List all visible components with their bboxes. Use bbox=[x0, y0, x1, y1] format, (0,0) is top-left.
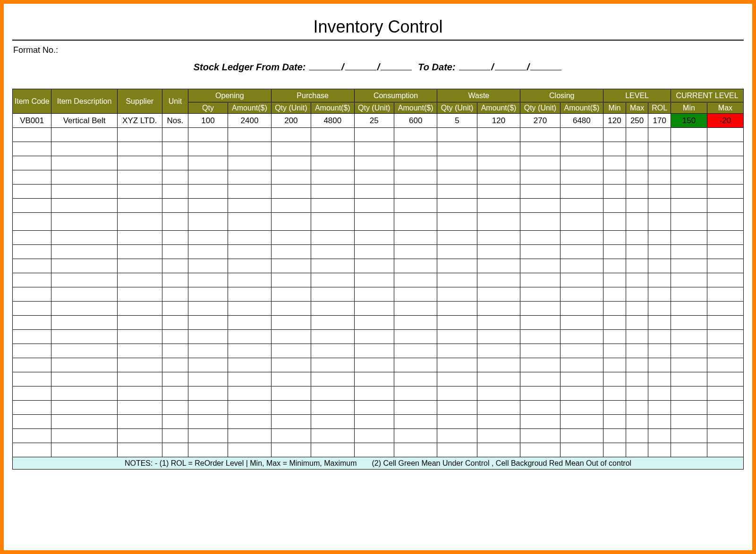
empty-cell[interactable] bbox=[477, 156, 520, 170]
empty-cell[interactable] bbox=[648, 372, 671, 386]
empty-cell[interactable] bbox=[603, 170, 626, 185]
empty-cell[interactable] bbox=[13, 358, 51, 372]
empty-cell[interactable] bbox=[228, 213, 272, 231]
empty-cell[interactable] bbox=[560, 231, 603, 245]
empty-cell[interactable] bbox=[603, 287, 626, 302]
empty-cell[interactable] bbox=[560, 170, 603, 185]
empty-cell[interactable] bbox=[520, 156, 560, 170]
empty-cell[interactable] bbox=[354, 330, 394, 344]
to-year-blank[interactable] bbox=[530, 64, 561, 70]
empty-cell[interactable] bbox=[560, 156, 603, 170]
empty-cell[interactable] bbox=[648, 401, 671, 415]
empty-cell[interactable] bbox=[271, 358, 311, 372]
empty-cell[interactable] bbox=[671, 199, 707, 213]
empty-cell[interactable] bbox=[13, 443, 51, 457]
empty-cell[interactable] bbox=[51, 386, 117, 401]
empty-cell[interactable] bbox=[117, 443, 162, 457]
empty-cell[interactable] bbox=[162, 128, 188, 142]
empty-cell[interactable] bbox=[228, 273, 272, 287]
empty-cell[interactable] bbox=[51, 185, 117, 199]
empty-cell[interactable] bbox=[228, 302, 272, 316]
empty-cell[interactable] bbox=[394, 273, 437, 287]
empty-cell[interactable] bbox=[228, 170, 272, 185]
empty-cell[interactable] bbox=[51, 259, 117, 273]
empty-cell[interactable] bbox=[560, 330, 603, 344]
from-month-blank[interactable] bbox=[345, 64, 376, 70]
empty-cell[interactable] bbox=[626, 199, 648, 213]
empty-cell[interactable] bbox=[354, 185, 394, 199]
empty-cell[interactable] bbox=[477, 128, 520, 142]
empty-cell[interactable] bbox=[477, 302, 520, 316]
empty-cell[interactable] bbox=[228, 199, 272, 213]
empty-cell[interactable] bbox=[560, 415, 603, 429]
empty-cell[interactable] bbox=[671, 358, 707, 372]
empty-cell[interactable] bbox=[162, 259, 188, 273]
empty-cell[interactable] bbox=[117, 199, 162, 213]
empty-cell[interactable] bbox=[228, 245, 272, 259]
empty-cell[interactable] bbox=[648, 245, 671, 259]
empty-cell[interactable] bbox=[188, 415, 228, 429]
empty-cell[interactable] bbox=[51, 372, 117, 386]
empty-cell[interactable] bbox=[603, 213, 626, 231]
empty-cell[interactable] bbox=[477, 415, 520, 429]
empty-cell[interactable] bbox=[51, 358, 117, 372]
empty-cell[interactable] bbox=[520, 386, 560, 401]
empty-cell[interactable] bbox=[477, 273, 520, 287]
cell-supplier[interactable]: XYZ LTD. bbox=[117, 114, 162, 128]
empty-cell[interactable] bbox=[117, 156, 162, 170]
empty-cell[interactable] bbox=[271, 273, 311, 287]
empty-cell[interactable] bbox=[311, 372, 355, 386]
empty-cell[interactable] bbox=[13, 273, 51, 287]
empty-cell[interactable] bbox=[560, 429, 603, 443]
empty-cell[interactable] bbox=[603, 185, 626, 199]
empty-cell[interactable] bbox=[477, 170, 520, 185]
empty-cell[interactable] bbox=[437, 386, 477, 401]
empty-cell[interactable] bbox=[671, 372, 707, 386]
empty-cell[interactable] bbox=[560, 287, 603, 302]
empty-cell[interactable] bbox=[603, 330, 626, 344]
empty-cell[interactable] bbox=[394, 316, 437, 330]
empty-cell[interactable] bbox=[648, 156, 671, 170]
empty-cell[interactable] bbox=[477, 330, 520, 344]
empty-cell[interactable] bbox=[354, 316, 394, 330]
empty-cell[interactable] bbox=[271, 259, 311, 273]
empty-cell[interactable] bbox=[648, 231, 671, 245]
empty-cell[interactable] bbox=[648, 358, 671, 372]
empty-cell[interactable] bbox=[437, 344, 477, 358]
empty-cell[interactable] bbox=[228, 287, 272, 302]
empty-cell[interactable] bbox=[560, 401, 603, 415]
cell-opening_qty[interactable]: 100 bbox=[188, 114, 228, 128]
cell-item_code[interactable]: VB001 bbox=[13, 114, 51, 128]
empty-cell[interactable] bbox=[162, 170, 188, 185]
empty-cell[interactable] bbox=[117, 185, 162, 199]
empty-cell[interactable] bbox=[117, 213, 162, 231]
empty-cell[interactable] bbox=[707, 128, 743, 142]
empty-cell[interactable] bbox=[560, 259, 603, 273]
empty-cell[interactable] bbox=[477, 245, 520, 259]
empty-cell[interactable] bbox=[188, 273, 228, 287]
empty-cell[interactable] bbox=[188, 401, 228, 415]
empty-cell[interactable] bbox=[311, 316, 355, 330]
empty-cell[interactable] bbox=[271, 231, 311, 245]
empty-cell[interactable] bbox=[671, 142, 707, 156]
empty-cell[interactable] bbox=[477, 401, 520, 415]
empty-cell[interactable] bbox=[603, 302, 626, 316]
cell-purchase_qty[interactable]: 200 bbox=[271, 114, 311, 128]
empty-cell[interactable] bbox=[707, 185, 743, 199]
empty-cell[interactable] bbox=[311, 231, 355, 245]
empty-cell[interactable] bbox=[671, 128, 707, 142]
cell-waste_amt[interactable]: 120 bbox=[477, 114, 520, 128]
empty-cell[interactable] bbox=[560, 302, 603, 316]
empty-cell[interactable] bbox=[188, 156, 228, 170]
empty-cell[interactable] bbox=[117, 170, 162, 185]
empty-cell[interactable] bbox=[520, 199, 560, 213]
empty-cell[interactable] bbox=[626, 302, 648, 316]
empty-cell[interactable] bbox=[626, 429, 648, 443]
empty-cell[interactable] bbox=[394, 199, 437, 213]
empty-cell[interactable] bbox=[51, 170, 117, 185]
empty-cell[interactable] bbox=[354, 287, 394, 302]
cell-item_desc[interactable]: Vertical Belt bbox=[51, 114, 117, 128]
empty-cell[interactable] bbox=[626, 386, 648, 401]
empty-cell[interactable] bbox=[437, 401, 477, 415]
empty-cell[interactable] bbox=[560, 344, 603, 358]
